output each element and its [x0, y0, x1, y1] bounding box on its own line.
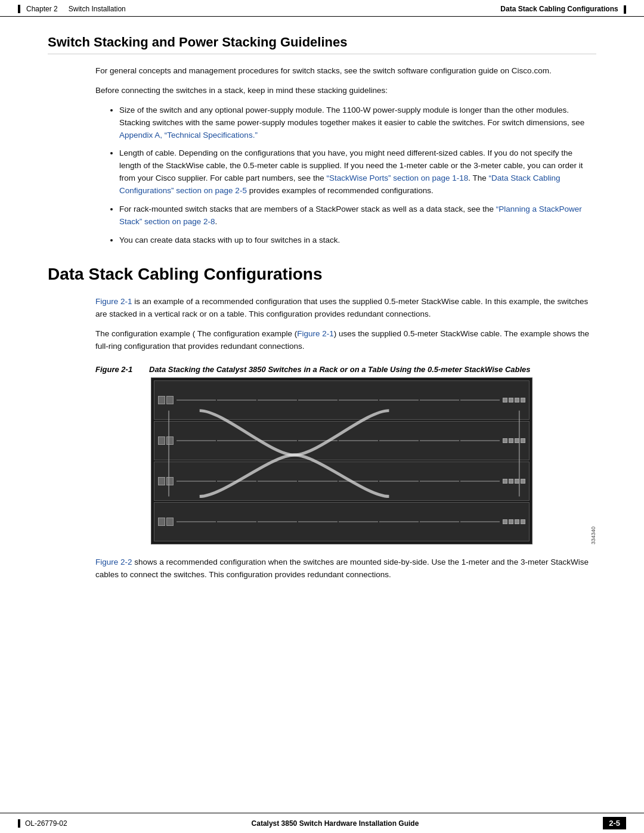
switch-stack	[151, 378, 532, 544]
figure-wrapper: 334340	[95, 377, 596, 544]
switch-port	[166, 477, 174, 485]
header-left: Chapter 2 Switch Installation	[18, 5, 126, 13]
switch-port	[521, 519, 525, 524]
switch-port	[515, 519, 519, 524]
switch-port	[515, 479, 519, 484]
switch-port	[509, 479, 513, 484]
port-group	[158, 518, 174, 526]
header-left-bar	[18, 5, 20, 13]
ports-right	[503, 479, 525, 484]
chapter-title: Switch Installation	[69, 5, 126, 13]
switch-port	[503, 398, 507, 402]
figure2-1-link2[interactable]: Figure 2-1	[297, 329, 334, 338]
footer-center-text: Catalyst 3850 Switch Hardware Installati…	[252, 819, 419, 828]
switch-port	[503, 479, 507, 484]
figure-image-id: 334340	[590, 527, 596, 544]
main-content: Switch Stacking and Power Stacking Guide…	[0, 17, 644, 813]
page-number: 2-5	[603, 817, 626, 829]
bullet3-text-before: For rack-mounted switch stacks that are …	[119, 205, 496, 213]
page-footer: OL-26779-02 Catalyst 3850 Switch Hardwar…	[0, 813, 644, 833]
bullet2-text-middle: . The	[468, 174, 488, 182]
footer-left: OL-26779-02	[18, 819, 67, 828]
section2-para1-after: is an example of a recommended configura…	[95, 297, 588, 318]
switch-port	[158, 436, 165, 445]
figure-caption-row: Figure 2-1 Data Stacking the Catalyst 38…	[95, 365, 596, 374]
switch-port	[503, 438, 507, 443]
header-section-title: Data Stack Cabling Configurations	[500, 5, 618, 13]
switch-port	[521, 398, 525, 402]
section2-title: Data Stack Cabling Configurations	[48, 265, 596, 284]
switch-port	[521, 479, 525, 484]
chapter-label: Chapter 2	[26, 5, 58, 13]
section2-para1: Figure 2-1 is an example of a recommende…	[95, 296, 596, 321]
switch-port	[166, 518, 174, 526]
section2-para2-before-text: The configuration example (	[197, 329, 297, 338]
list-item: Size of the switch and any optional powe…	[119, 104, 596, 142]
switch-port	[158, 396, 165, 404]
switch-port	[158, 477, 165, 485]
list-item: Length of cable. Depending on the config…	[119, 147, 596, 197]
switch-port	[521, 438, 525, 443]
section2-para3-after: shows a recommended configuration when t…	[95, 558, 589, 579]
ports-right	[503, 398, 525, 402]
bullet2-text-after: provides examples of recommended configu…	[247, 186, 434, 195]
switch-port	[515, 438, 519, 443]
switch-port	[509, 438, 513, 443]
list-item: You can create data stacks with up to fo…	[119, 234, 596, 247]
section2-para3: Figure 2-2 shows a recommended configura…	[95, 556, 596, 581]
list-item: For rack-mounted switch stacks that are …	[119, 203, 596, 228]
figure-caption-text: Data Stacking the Catalyst 3850 Switches…	[149, 365, 531, 374]
doc-number: OL-26779-02	[25, 819, 67, 828]
bullet4-text: You can create data stacks with up to fo…	[119, 236, 340, 244]
footer-left-bar	[18, 819, 20, 828]
figure-image	[151, 377, 532, 544]
switch-port	[166, 396, 174, 404]
switch-port	[509, 519, 513, 524]
section1-title: Switch Stacking and Power Stacking Guide…	[48, 35, 596, 54]
figure2-1-container: Figure 2-1 Data Stacking the Catalyst 38…	[95, 365, 596, 544]
switch-port	[503, 519, 507, 524]
page-container: Chapter 2 Switch Installation Data Stack…	[0, 0, 644, 833]
port-group	[158, 396, 174, 404]
figure2-2-link[interactable]: Figure 2-2	[95, 558, 132, 566]
stackwise-ports-link[interactable]: “StackWise Ports” section on page 1-18	[326, 174, 468, 182]
header-right: Data Stack Cabling Configurations	[500, 5, 626, 14]
appendix-a-link[interactable]: Appendix A, “Technical Specifications.”	[119, 131, 258, 140]
section2-body: Figure 2-1 is an example of a recommende…	[48, 296, 596, 581]
header-right-bar	[624, 5, 626, 14]
bullet3-text-after: .	[215, 217, 218, 226]
footer-center: Catalyst 3850 Switch Hardware Installati…	[252, 819, 419, 828]
section1-para2: Before connecting the switches in a stac…	[95, 85, 596, 97]
section1-para1: For general concepts and management proc…	[95, 65, 596, 78]
page-header: Chapter 2 Switch Installation Data Stack…	[0, 0, 644, 17]
switch-row	[154, 462, 530, 501]
port-group	[158, 477, 174, 485]
ports-right	[503, 519, 525, 524]
ports-right	[503, 438, 525, 443]
switch-port	[515, 398, 519, 402]
switch-row	[154, 502, 530, 541]
figure2-1-link[interactable]: Figure 2-1	[95, 297, 132, 306]
bullet-list: Size of the switch and any optional powe…	[119, 104, 596, 247]
section2-para2-before: The configuration example (	[95, 329, 195, 338]
chapter-separator	[60, 5, 66, 13]
switch-row	[154, 380, 530, 420]
switch-port	[166, 436, 174, 445]
section2-para2: The configuration example ( The configur…	[95, 328, 596, 353]
bullet1-text-before: Size of the switch and any optional powe…	[119, 106, 584, 127]
section1-body: For general concepts and management proc…	[48, 65, 596, 247]
switch-row	[154, 421, 530, 460]
switch-port	[509, 398, 513, 402]
port-group	[158, 436, 174, 445]
switch-port	[158, 518, 165, 526]
figure-number-label: Figure 2-1	[95, 365, 149, 374]
